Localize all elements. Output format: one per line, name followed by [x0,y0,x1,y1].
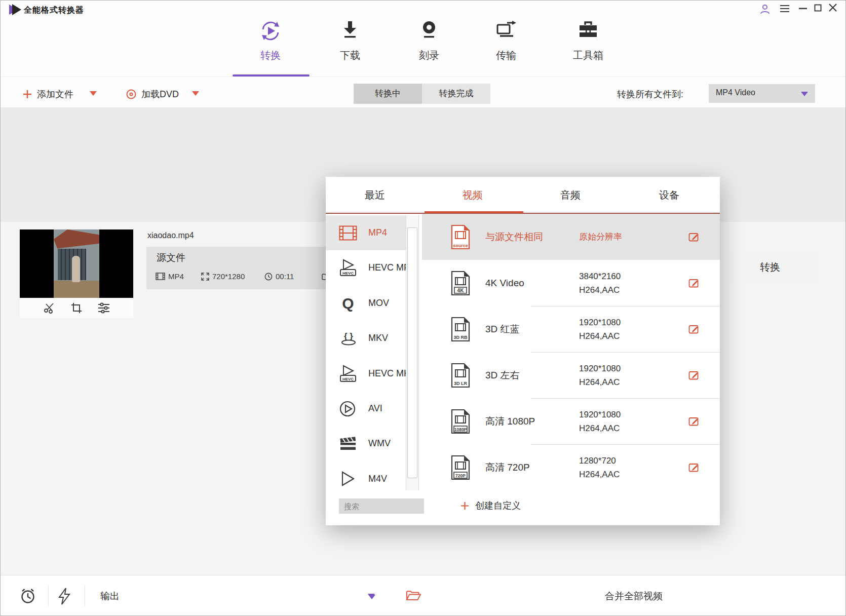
load-dvd-dropdown-caret[interactable] [192,91,199,96]
format-popup: 最近 视频 音频 设备 MP4 [326,177,720,525]
format-item-mp4[interactable]: MP4 [326,215,419,250]
3d-lr-preset-icon: 3D LR [450,363,471,388]
bottom-bar: 输出 合并全部视频 全部转换 [1,575,846,616]
header: 全能格式转换器 [1,1,846,76]
tab-convert[interactable]: 转换 [238,19,303,62]
tab-burn-label: 刻录 [396,49,462,62]
app-logo [8,3,22,16]
add-file-label: 添加文件 [37,88,73,100]
window-title: 全能格式转换器 [24,5,84,16]
source-format: MP4 [168,272,184,281]
preset-3d-left-right[interactable]: 3D LR 3D 左右 1920*1080H264,AAC [422,352,720,398]
preset-hd-720p[interactable]: 720P 高清 720P 1280*720H264,AAC [422,444,720,490]
scrollbar-thumb[interactable] [407,227,417,478]
tab-download[interactable]: 下载 [317,19,383,62]
high-speed-icon[interactable] [58,588,70,605]
popup-tab-audio[interactable]: 音频 [560,177,581,213]
crop-icon[interactable] [71,302,82,314]
maximize-button[interactable] [814,4,822,12]
toolbox-icon [576,19,600,43]
format-item-m4v[interactable]: M4V [326,461,419,490]
tab-burn[interactable]: 刻录 [396,19,462,62]
output-format-caret [801,92,808,96]
account-icon[interactable] [759,4,771,15]
source-panel-title: 源文件 [157,251,185,264]
popup-tab-device[interactable]: 设备 [659,177,679,213]
format-icon [156,273,165,280]
close-button[interactable] [828,3,837,12]
edit-preset-icon[interactable] [688,416,700,427]
clip-tools [20,298,133,318]
add-file-dropdown-caret[interactable] [90,91,97,96]
tab-toolbox-label: 工具箱 [555,49,621,62]
output-path-caret[interactable] [368,595,375,599]
tab-transfer-label: 传输 [473,49,539,62]
svg-text:720P: 720P [455,473,466,478]
add-file-button[interactable]: 添加文件 [23,88,73,101]
preset-same-as-source[interactable]: source 与源文件相同 原始分辨率 [422,214,720,260]
svg-text:1080P: 1080P [454,427,467,432]
source-resolution: 720*1280 [212,272,245,281]
schedule-icon[interactable] [19,588,36,605]
1080p-preset-icon: 1080P [450,409,471,434]
format-item-wmv[interactable]: WMV [326,426,419,461]
create-custom-label: 创建自定义 [475,499,521,512]
svg-text:HEVC: HEVC [342,271,354,275]
format-item-hevc-mkv[interactable]: HEVC HEVC MKV [326,356,419,391]
load-dvd-button[interactable]: 加载DVD [126,88,179,101]
svg-text:3D RB: 3D RB [453,335,468,340]
svg-text:HEVC: HEVC [342,376,354,381]
dvd-disc-icon [126,89,136,99]
toolbar: 添加文件 加载DVD 转换中 转换完成 转换所有文件到: MP4 Video [1,76,846,108]
m4v-play-icon [339,471,356,488]
popup-footer: 创建自定义 [326,490,720,525]
create-custom-button[interactable]: 创建自定义 [460,499,521,512]
format-item-mov[interactable]: Q MOV [326,286,419,321]
effects-icon[interactable] [98,302,110,314]
mp4-filmstrip-icon [339,225,357,241]
menu-icon[interactable] [780,5,790,13]
trim-icon[interactable] [43,302,55,314]
duration-icon [264,273,273,281]
tab-toolbox[interactable]: 工具箱 [555,19,621,62]
hevc-play-icon: HEVC [339,259,358,277]
tab-convert-label: 转换 [238,49,303,62]
format-list-scrollbar[interactable] [406,215,419,490]
popup-active-tab-indicator [425,211,523,213]
preset-4k-video[interactable]: 4K 4K Video 3840*2160H264,AAC [422,260,720,306]
preset-3d-red-blue[interactable]: 3D RB 3D 红蓝 1920*1080H264,AAC [422,306,720,352]
edit-preset-icon[interactable] [688,232,700,243]
popup-tab-recent[interactable]: 最近 [365,177,385,213]
edit-preset-icon[interactable] [688,370,700,381]
resolution-icon [201,273,209,281]
source-duration: 00:11 [276,272,294,281]
search-input[interactable] [339,498,424,514]
output-format-value: MP4 Video [716,88,755,97]
tab-converting[interactable]: 转换中 [354,84,422,104]
matroska-icon: { } [339,329,358,348]
preset-hd-1080p[interactable]: 1080P 高清 1080P 1920*1080H264,AAC [422,398,720,444]
svg-text:source: source [453,243,468,248]
open-folder-icon[interactable] [406,590,421,602]
edit-preset-icon[interactable] [688,462,700,473]
edit-preset-icon[interactable] [688,278,700,289]
merge-all-label: 合并全部视频 [605,590,663,603]
edit-preset-icon[interactable] [688,324,700,335]
format-item-hevc-mp4[interactable]: HEVC HEVC MP4 [326,250,419,285]
svg-text:3D LR: 3D LR [454,381,468,386]
convert-row-button[interactable]: 转换 [722,253,818,282]
format-list: MP4 HEVC HEVC MP4 Q MOV [326,215,419,490]
format-item-avi[interactable]: AVI [326,391,419,426]
svg-text:Q: Q [342,295,354,312]
minimize-button[interactable] [799,8,807,10]
transfer-icon [494,19,518,43]
video-thumbnail[interactable] [20,229,133,298]
tab-transfer[interactable]: 传输 [473,19,539,62]
preset-list: source 与源文件相同 原始分辨率 [422,214,720,490]
svg-text:{ }: { } [344,331,353,341]
format-item-mkv[interactable]: { } MKV [326,321,419,356]
popup-tab-video[interactable]: 视频 [463,177,483,213]
720p-preset-icon: 720P [450,455,471,480]
tab-converted[interactable]: 转换完成 [422,84,490,104]
output-format-select[interactable]: MP4 Video [709,84,815,103]
